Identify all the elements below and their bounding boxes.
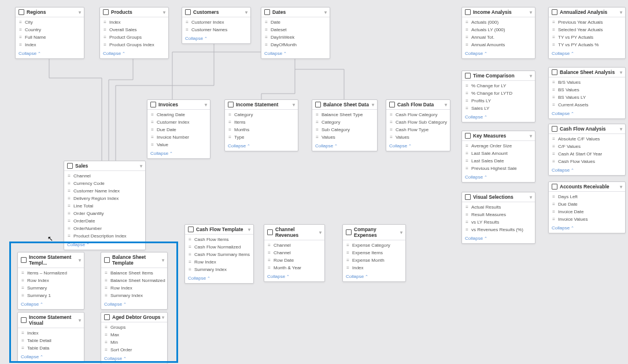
collapse-link[interactable]: Collapse (264, 273, 324, 281)
field-item[interactable]: ≡Index (343, 264, 405, 272)
table-header[interactable]: Channel Revenues▾ (264, 225, 324, 240)
field-item[interactable]: ≡Product Groups (100, 34, 168, 41)
chevron-down-icon[interactable]: ▾ (530, 133, 532, 139)
field-item[interactable]: ≡TY vs PY Actuals % (549, 41, 625, 49)
chevron-down-icon[interactable]: ▾ (620, 10, 622, 15)
table-customers[interactable]: Customers▾≡Customer Index≡Customer Names… (182, 7, 251, 44)
field-item[interactable]: ≡vs Revenues Results (%) (462, 226, 535, 233)
table-header[interactable]: Dates▾ (261, 8, 330, 17)
field-item[interactable]: ≡Invoice Number (147, 133, 210, 141)
field-item[interactable]: ≡Sub Category (312, 126, 377, 133)
table-products[interactable]: Products▾≡Index≡Overall Sales≡Product Gr… (99, 7, 169, 59)
table-invoices[interactable]: Invoices▾≡Clearing Date≡Customer Index≡D… (147, 99, 210, 159)
table-header[interactable]: Income Statement Templ...▾ (18, 252, 84, 268)
collapse-link[interactable]: Collapse (18, 353, 84, 362)
field-item[interactable]: ≡Values (386, 133, 450, 141)
chevron-down-icon[interactable]: ▾ (530, 195, 532, 200)
field-item[interactable]: ≡Customer Name Index (64, 187, 145, 195)
field-item[interactable]: ≡Channel (64, 172, 145, 180)
field-item[interactable]: ≡Cash Flow Sub Category (386, 118, 450, 126)
field-item[interactable]: ≡Expense Month (343, 257, 405, 264)
field-item[interactable]: ≡Row Index (101, 284, 167, 292)
chevron-down-icon[interactable]: ▾ (79, 318, 81, 323)
field-item[interactable]: ≡Min (101, 339, 167, 346)
collapse-link[interactable]: Collapse (185, 274, 253, 283)
chevron-down-icon[interactable]: ▾ (163, 10, 165, 15)
field-item[interactable]: ≡% Change for LY (462, 82, 535, 90)
chevron-down-icon[interactable]: ▾ (620, 184, 622, 190)
field-item[interactable]: ≡Result Measures (462, 211, 535, 218)
table-income_an[interactable]: Income Analysis▾≡Actuals (000)≡Actuals L… (461, 7, 535, 59)
field-item[interactable]: ≡Due Date (549, 200, 625, 208)
collapse-link[interactable]: Collapse (101, 300, 167, 309)
field-item[interactable]: ≡Summary Index (185, 266, 253, 273)
chevron-down-icon[interactable]: ▾ (293, 102, 295, 107)
field-item[interactable]: ≡Expense Category (343, 242, 405, 249)
table-is_templ[interactable]: Income Statement Templ...▾≡Items – Norma… (17, 252, 84, 310)
table-header[interactable]: Balance Sheet Analysis▾ (549, 68, 625, 77)
table-cf_an[interactable]: Cash Flow Analysis▾≡Absolute C/F Values≡… (548, 124, 626, 176)
field-item[interactable]: ≡Cash Flow Items (185, 236, 253, 243)
field-item[interactable]: ≡Index (16, 41, 84, 49)
table-header[interactable]: Annualized Analysis▾ (549, 8, 625, 17)
table-header[interactable]: Products▾ (100, 8, 168, 17)
collapse-link[interactable]: Collapse (101, 355, 167, 363)
field-item[interactable]: ≡Balance Sheet Normalized (101, 277, 167, 284)
table-header[interactable]: Time Comparison▾ (462, 71, 535, 81)
chevron-down-icon[interactable]: ▾ (620, 127, 622, 132)
field-item[interactable]: ≡Invoice Values (549, 216, 625, 223)
table-bs_an[interactable]: Balance Sheet Analysis▾≡B/S Values≡BS Va… (548, 67, 626, 119)
collapse-link[interactable]: Collapse (462, 235, 535, 243)
collapse-link[interactable]: Collapse (343, 273, 405, 281)
field-item[interactable]: ≡Average Order Size (462, 142, 535, 150)
field-item[interactable]: ≡Expense Items (343, 249, 405, 257)
field-item[interactable]: ≡Sales LY (462, 105, 535, 112)
field-item[interactable]: ≡Previous Highest Sale (462, 165, 535, 172)
table-header[interactable]: Sales▾ (64, 161, 145, 171)
collapse-link[interactable]: Collapse (16, 50, 84, 58)
field-item[interactable]: ≡Summary Index (101, 292, 167, 299)
collapse-link[interactable]: Collapse (312, 142, 377, 151)
field-item[interactable]: ≡Index (100, 18, 168, 26)
field-item[interactable]: ≡Value (147, 141, 210, 148)
field-item[interactable]: ≡Cash At Start Of Year (549, 150, 625, 158)
field-item[interactable]: ≡Customer Index (182, 18, 250, 26)
collapse-link[interactable]: Collapse (462, 50, 535, 58)
field-item[interactable]: ≡BS Values (549, 86, 625, 94)
field-item[interactable]: ≡Summary 1 (18, 292, 84, 299)
field-item[interactable]: ≡Index (18, 329, 84, 337)
field-item[interactable]: ≡Sort Order (101, 346, 167, 354)
field-item[interactable]: ≡Actual Results (462, 203, 535, 211)
collapse-link[interactable]: Collapse (386, 142, 450, 151)
collapse-link[interactable]: Collapse (225, 142, 298, 151)
field-item[interactable]: ≡Max (101, 331, 167, 339)
table-header[interactable]: Income Statement Visual▾ (18, 313, 84, 328)
field-item[interactable]: ≡DayOfMonth (261, 41, 330, 49)
field-item[interactable]: ≡Full Name (16, 34, 84, 41)
table-bs_data[interactable]: Balance Sheet Data▾≡Balance Sheet Type≡C… (312, 99, 378, 151)
collapse-link[interactable]: Collapse (549, 224, 625, 233)
field-item[interactable]: ≡Type (225, 133, 298, 141)
chevron-down-icon[interactable]: ▾ (245, 10, 247, 15)
table-dates[interactable]: Dates▾≡Date≡Dateset≡DayInWeek≡DayOfMonth… (261, 7, 330, 59)
table-header[interactable]: Visual Selections▾ (462, 192, 535, 202)
chevron-down-icon[interactable]: ▾ (372, 102, 374, 107)
field-item[interactable]: ≡Months (225, 126, 298, 133)
field-item[interactable]: ≡Invoice Date (549, 208, 625, 216)
table-is_visual[interactable]: Income Statement Visual▾≡Index≡Table Det… (17, 312, 84, 362)
field-item[interactable]: ≡Table Detail (18, 337, 84, 344)
field-item[interactable]: ≡C/F Values (549, 143, 625, 150)
table-visual_sel[interactable]: Visual Selections▾≡Actual Results≡Result… (461, 192, 535, 244)
table-header[interactable]: Balance Sheet Template▾ (101, 252, 167, 268)
field-item[interactable]: ≡Actuals (000) (462, 18, 535, 26)
field-item[interactable]: ≡Overall Sales (100, 26, 168, 34)
collapse-link[interactable]: Collapse (182, 35, 250, 43)
field-item[interactable]: ≡Actuals LY (000) (462, 26, 535, 34)
field-item[interactable]: ≡DayInWeek (261, 34, 330, 41)
table-key_measures[interactable]: Key Measures▾≡Average Order Size≡Last Sa… (461, 131, 535, 183)
field-item[interactable]: ≡Customer Index (147, 118, 210, 126)
field-item[interactable]: ≡Current Assets (549, 101, 625, 109)
field-item[interactable]: ≡Clearing Date (147, 111, 210, 118)
field-item[interactable]: ≡Values (312, 133, 377, 141)
field-item[interactable]: ≡Summary (18, 284, 84, 292)
